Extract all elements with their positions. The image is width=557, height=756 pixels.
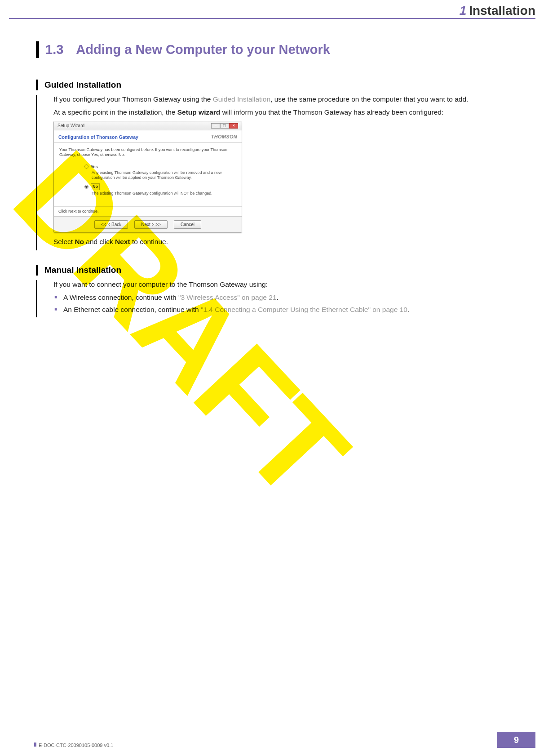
manual-installation-section: Manual Installation If you want to conne… <box>36 265 512 317</box>
guided-installation-section: Guided Installation If you configured yo… <box>36 80 512 250</box>
wireless-access-link[interactable]: "3 Wireless Access" on page 21 <box>178 294 277 301</box>
chapter-number: 1 <box>460 4 467 18</box>
list-item: A Wireless connection, continue with "3 … <box>53 293 512 302</box>
wizard-intro-text: Your Thomson Gateway has been configured… <box>59 147 236 158</box>
page-header: 1Installation <box>9 0 535 18</box>
guided-after-image: Select No and click Next to continue. <box>53 237 512 247</box>
chapter-title: Installation <box>469 4 535 18</box>
manual-intro: If you want to connect your computer to … <box>53 280 512 289</box>
list-item: An Ethernet cable connection, continue w… <box>53 305 512 315</box>
ethernet-link[interactable]: "1.4 Connecting a Computer Using the Eth… <box>201 306 407 313</box>
page-number: 9 <box>497 732 535 748</box>
setup-wizard-screenshot: Setup Wizard – ▢ ✕ Configuration of Thom… <box>53 121 242 233</box>
wizard-cancel-button: Cancel <box>174 220 201 229</box>
minimize-icon: – <box>211 123 220 129</box>
page-footer: E-DOC-CTC-20090105-0009 v0.1 9 <box>39 732 535 748</box>
manual-heading: Manual Installation <box>44 265 121 276</box>
footer-mark <box>34 743 36 747</box>
guided-heading: Guided Installation <box>44 80 121 90</box>
wizard-option-no: No The existing Thomson Gateway configur… <box>84 183 236 196</box>
radio-icon <box>84 165 88 169</box>
wizard-next-button: Next > >> <box>134 220 168 229</box>
guided-para2: At a specific point in the installation,… <box>53 108 512 117</box>
wizard-back-button: << < Back <box>94 220 128 229</box>
wizard-hint: Click Next to continue. <box>54 206 242 216</box>
body-mark <box>36 95 37 250</box>
guided-para1: If you configured your Thomson Gateway u… <box>53 95 512 104</box>
wizard-option-yes: Yes Any existing Thomson Gateway configu… <box>84 164 236 180</box>
body-mark <box>36 280 37 317</box>
guided-install-link[interactable]: Guided Installation <box>213 95 270 103</box>
header-rule <box>9 18 535 19</box>
radio-selected-icon <box>84 185 88 189</box>
heading-mark <box>36 41 39 58</box>
subheading-mark <box>36 80 38 90</box>
maximize-icon: ▢ <box>220 123 229 129</box>
close-icon: ✕ <box>229 123 238 129</box>
section-heading: 1.3Adding a New Computer to your Network <box>36 41 512 58</box>
thomson-logo: THOMSON <box>211 133 237 140</box>
wizard-header-text: Configuration of Thomson Gateway <box>58 134 138 140</box>
document-id: E-DOC-CTC-20090105-0009 v0.1 <box>39 743 113 748</box>
wizard-window-title: Setup Wizard <box>57 123 84 129</box>
section-number: 1.3 <box>45 42 63 57</box>
section-title: Adding a New Computer to your Network <box>76 42 330 57</box>
subheading-mark <box>36 265 38 276</box>
